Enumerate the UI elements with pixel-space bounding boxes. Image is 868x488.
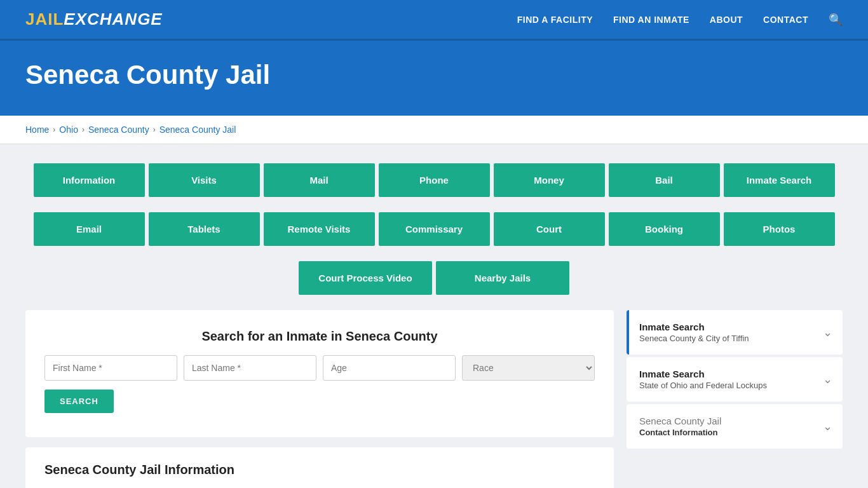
- age-input[interactable]: [323, 355, 456, 381]
- btn-tablets[interactable]: Tablets: [149, 212, 260, 246]
- race-select[interactable]: Race White Black Hispanic Asian Other: [462, 355, 595, 381]
- logo-exchange: EXCHANGE: [64, 10, 162, 29]
- breadcrumb-ohio[interactable]: Ohio: [59, 125, 78, 135]
- btn-inmate-search[interactable]: Inmate Search: [724, 163, 835, 197]
- last-name-input[interactable]: [184, 355, 316, 381]
- breadcrumb-current: Seneca County Jail: [159, 125, 236, 135]
- breadcrumb-sep-2: ›: [82, 125, 85, 134]
- btn-court-process-video[interactable]: Court Process Video: [299, 261, 432, 295]
- grid-row-3: Court Process Video Nearby Jails: [25, 261, 843, 295]
- sidebar-card-title-1: Inmate Search: [639, 322, 749, 332]
- main-content: Information Visits Mail Phone Money Bail…: [0, 144, 868, 488]
- nav-find-facility[interactable]: FIND A FACILITY: [517, 15, 593, 25]
- btn-bail[interactable]: Bail: [609, 163, 720, 197]
- nav-about[interactable]: ABOUT: [710, 15, 743, 25]
- first-name-input[interactable]: [44, 355, 177, 381]
- sidebar-card-inmate-search-ohio[interactable]: Inmate Search State of Ohio and Federal …: [627, 357, 843, 402]
- sidebar-card-title-2: Inmate Search: [639, 369, 767, 379]
- logo-jail: JAIL: [25, 10, 64, 29]
- breadcrumb-home[interactable]: Home: [25, 125, 49, 135]
- sidebar-card-subtitle-3: Contact Information: [639, 428, 721, 437]
- btn-visits[interactable]: Visits: [149, 163, 260, 197]
- grid-row-2: Email Tablets Remote Visits Commissary C…: [25, 212, 843, 246]
- navbar: JAILEXCHANGE FIND A FACILITY FIND AN INM…: [0, 0, 868, 41]
- btn-remote-visits[interactable]: Remote Visits: [264, 212, 375, 246]
- breadcrumb-seneca-county[interactable]: Seneca County: [88, 125, 149, 135]
- content-row: Search for an Inmate in Seneca County Ra…: [25, 310, 843, 488]
- sidebar-card-title-3: Seneca County Jail: [639, 416, 721, 426]
- info-section: Seneca County Jail Information: [25, 447, 614, 488]
- sidebar-card-inmate-search-county[interactable]: Inmate Search Seneca County & City of Ti…: [627, 310, 843, 355]
- breadcrumb-sep-3: ›: [153, 125, 156, 134]
- chevron-down-icon-3: ⌄: [823, 419, 832, 433]
- btn-photos[interactable]: Photos: [724, 212, 835, 246]
- btn-email[interactable]: Email: [34, 212, 145, 246]
- search-title: Search for an Inmate in Seneca County: [44, 329, 595, 344]
- sidebar-card-subtitle-1: Seneca County & City of Tiffin: [639, 334, 749, 343]
- search-box: Search for an Inmate in Seneca County Ra…: [25, 310, 614, 437]
- nav-links: FIND A FACILITY FIND AN INMATE ABOUT CON…: [517, 13, 843, 27]
- btn-information[interactable]: Information: [34, 163, 145, 197]
- nav-find-inmate[interactable]: FIND AN INMATE: [613, 15, 689, 25]
- sidebar-card-header-2[interactable]: Inmate Search State of Ohio and Federal …: [629, 357, 843, 402]
- breadcrumb: Home › Ohio › Seneca County › Seneca Cou…: [25, 125, 843, 135]
- btn-court[interactable]: Court: [494, 212, 605, 246]
- nav-contact[interactable]: CONTACT: [763, 15, 808, 25]
- breadcrumb-bar: Home › Ohio › Seneca County › Seneca Cou…: [0, 116, 868, 144]
- search-icon-button[interactable]: 🔍: [829, 13, 843, 27]
- btn-commissary[interactable]: Commissary: [379, 212, 490, 246]
- btn-phone[interactable]: Phone: [379, 163, 490, 197]
- info-title: Seneca County Jail Information: [44, 463, 595, 477]
- sidebar-card-header-1[interactable]: Inmate Search Seneca County & City of Ti…: [629, 310, 843, 355]
- btn-nearby-jails[interactable]: Nearby Jails: [436, 261, 569, 295]
- form-row-names: Race White Black Hispanic Asian Other: [44, 355, 595, 381]
- sidebar-card-contact-info[interactable]: Seneca County Jail Contact Information ⌄: [627, 404, 843, 449]
- sidebar-card-subtitle-2: State of Ohio and Federal Lockups: [639, 381, 767, 390]
- hero-section: Seneca County Jail: [0, 41, 868, 116]
- logo[interactable]: JAILEXCHANGE: [25, 10, 163, 29]
- btn-money[interactable]: Money: [494, 163, 605, 197]
- grid-row-1: Information Visits Mail Phone Money Bail…: [25, 163, 843, 197]
- btn-booking[interactable]: Booking: [609, 212, 720, 246]
- search-button[interactable]: SEARCH: [44, 390, 114, 413]
- sidebar: Inmate Search Seneca County & City of Ti…: [627, 310, 843, 451]
- chevron-down-icon-1: ⌄: [823, 325, 832, 339]
- chevron-down-icon-2: ⌄: [823, 372, 832, 386]
- breadcrumb-sep-1: ›: [53, 125, 55, 134]
- btn-mail[interactable]: Mail: [264, 163, 375, 197]
- sidebar-card-header-3[interactable]: Seneca County Jail Contact Information ⌄: [629, 404, 843, 449]
- page-title: Seneca County Jail: [25, 60, 843, 90]
